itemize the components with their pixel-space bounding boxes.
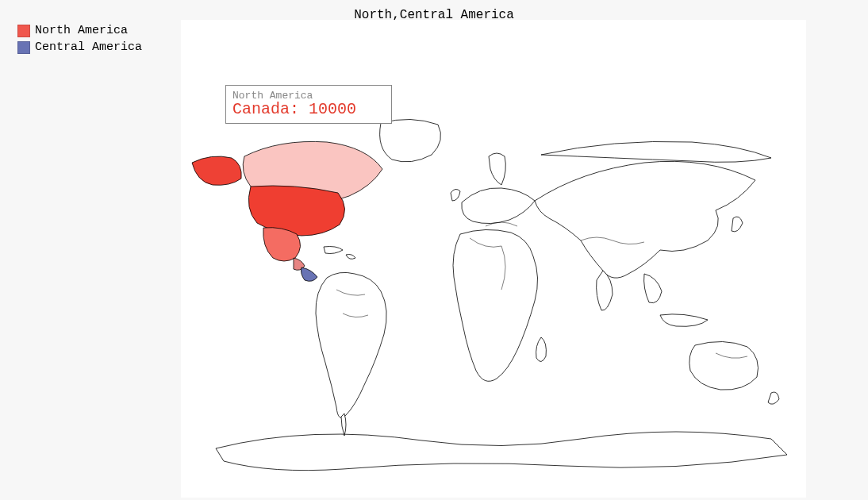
region-africa[interactable] [453,229,538,381]
region-japan[interactable] [732,217,743,232]
region-greenland[interactable] [380,119,441,161]
swatch-icon [17,41,30,54]
legend-label: North America [35,24,128,37]
legend-label: Central America [35,40,142,54]
region-antarctica[interactable] [216,432,787,471]
region-se-asia[interactable] [644,274,662,303]
legend-item-north-america[interactable]: North America [17,24,142,37]
region-new-zealand[interactable] [768,392,779,404]
region-alaska[interactable] [192,156,241,185]
legend-item-central-america[interactable]: Central America [17,40,142,54]
tooltip-value-label: Canada: 10000 [232,100,385,118]
region-australia[interactable] [689,341,759,390]
region-hispaniola[interactable] [346,255,355,260]
region-madagascar[interactable] [536,337,547,362]
legend: North America Central America [17,24,142,54]
region-europe[interactable] [462,188,535,224]
region-indonesia[interactable] [660,314,708,326]
region-cuba[interactable] [324,247,343,254]
region-siberia[interactable] [541,141,771,162]
region-scandinavia[interactable] [489,153,505,185]
region-south-america[interactable] [316,272,386,417]
region-south-america-detail[interactable] [341,413,346,436]
region-asia[interactable] [535,161,755,278]
region-central-america[interactable] [301,267,318,281]
map-container: North America Canada: 10000 [181,20,806,498]
swatch-icon [17,25,30,37]
region-usa[interactable] [248,186,344,236]
region-uk[interactable] [451,189,460,201]
world-map[interactable] [168,107,819,480]
tooltip: North America Canada: 10000 [225,85,392,124]
